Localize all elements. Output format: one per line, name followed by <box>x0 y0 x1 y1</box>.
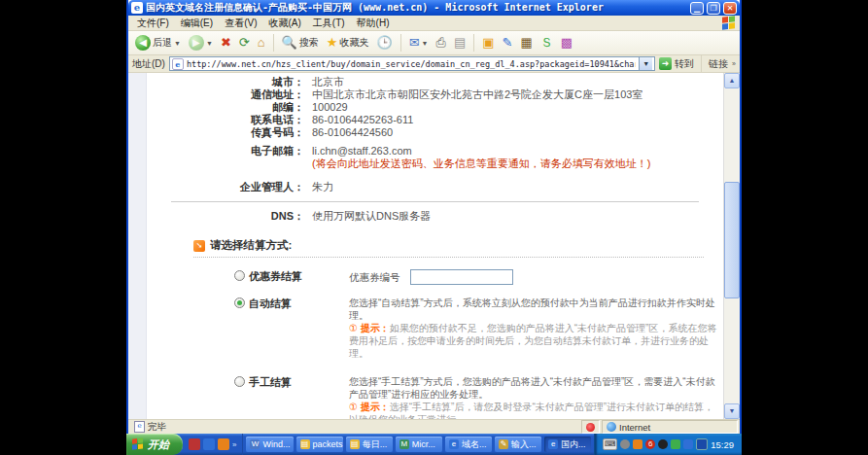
favorites-button[interactable]: ★ 收藏夹 <box>324 34 372 52</box>
postal-address-label: 通信地址： <box>147 88 304 101</box>
go-button[interactable]: ➜ 转到 <box>659 57 694 71</box>
ie-icon: e <box>449 439 459 449</box>
manual-radio-group[interactable]: 手工结算 <box>234 375 349 419</box>
scrollbar-thumb[interactable] <box>724 182 740 298</box>
tip-bullet-icon: ① <box>349 402 358 412</box>
mail-dropdown-icon[interactable]: ▼ <box>422 40 429 47</box>
privacy-panel[interactable] <box>581 420 600 434</box>
toolbar-separator <box>273 34 274 52</box>
menu-favorites[interactable]: 收藏(A) <box>263 17 305 30</box>
minimize-button[interactable]: ▁ <box>690 2 704 15</box>
coupon-radio-group[interactable]: 优惠券结算 <box>234 269 349 285</box>
history-icon: 🕒 <box>376 35 392 51</box>
pen-icon: ✎ <box>503 35 513 51</box>
address-input[interactable]: e http://www.net.cn/hzs_client/buy/domai… <box>169 56 655 71</box>
home-icon: ⌂ <box>258 35 265 51</box>
links-label[interactable]: 链接 <box>709 57 728 71</box>
favorites-label: 收藏夹 <box>339 36 368 50</box>
quicklaunch-app1-icon[interactable] <box>189 438 200 450</box>
captured-screen: e 国内英文域名注册信息确认-产品购买-中国万网 (www.net.cn) - … <box>126 0 742 455</box>
close-button[interactable]: ✕ <box>723 2 737 15</box>
task-window[interactable]: e 域名... <box>445 437 492 452</box>
auto-radio-group[interactable]: 自动结算 <box>234 297 349 360</box>
task-window-active[interactable]: e 国内... <box>544 437 591 452</box>
confirmation-form: 城市： 北京市 通信地址： 中国北京市北京市朝阳区安外北苑古中路2号院企发大厦C… <box>147 73 723 419</box>
vertical-scrollbar[interactable]: ▲ ▼ <box>723 73 740 419</box>
scroll-down-icon[interactable]: ▼ <box>724 403 740 419</box>
tray-app-icon[interactable] <box>620 439 630 449</box>
search-button[interactable]: 🔍 搜索 <box>279 34 322 52</box>
addon-button[interactable]: ▩ <box>558 34 575 52</box>
thunder-icon[interactable]: 6 <box>645 439 655 449</box>
home-button[interactable]: ⌂ <box>255 34 268 52</box>
scroll-up-icon[interactable]: ▲ <box>724 73 740 88</box>
city-value: 北京市 <box>312 76 344 88</box>
calculator-icon: ▦ <box>520 35 532 51</box>
manual-radio[interactable] <box>234 376 245 387</box>
address-dropdown-icon[interactable]: ▼ <box>639 57 652 70</box>
quicklaunch-app2-icon[interactable] <box>218 438 229 450</box>
coupon-code-input[interactable] <box>410 269 513 285</box>
menu-tools[interactable]: 工具(T) <box>308 17 350 30</box>
links-chevron-icon[interactable]: » <box>732 60 736 67</box>
payment-option-manual: 手工结算 您选择“手工结算”方式后，您选购的产品将进入“未付款产品管理”区，需要… <box>147 375 723 419</box>
auto-tip-text: 如果您的预付款不足，您选购的产品将进入“未付款产品管理”区，系统在您将费用补足后… <box>349 323 716 359</box>
forward-button[interactable]: ▶ ▼ <box>186 34 216 52</box>
title-bar[interactable]: e 国内英文域名注册信息确认-产品购买-中国万网 (www.net.cn) - … <box>128 0 740 16</box>
security-zone-panel: Internet <box>602 420 738 434</box>
page-content: 城市： 北京市 通信地址： 中国北京市北京市朝阳区安外北苑古中路2号院企发大厦C… <box>128 73 740 419</box>
menu-edit[interactable]: 编辑(E) <box>176 17 218 30</box>
toolbar-separator <box>400 34 401 52</box>
scrollbar-track[interactable] <box>724 88 740 403</box>
print-button[interactable]: ⎙ <box>434 34 449 52</box>
task-window[interactable]: ▤ 每日... <box>346 437 393 452</box>
calculator-button[interactable]: ▦ <box>517 34 535 52</box>
mail-button[interactable]: ✉▼ <box>406 34 432 52</box>
quicklaunch-overflow-icon[interactable]: » <box>232 440 236 449</box>
payment-section-header: ➘ 请选择结算方式: <box>193 238 704 258</box>
form-row-dns: DNS： 使用万网默认DNS服务器 <box>147 210 723 223</box>
start-button[interactable]: 开始 <box>126 434 183 455</box>
coupon-radio-label: 优惠券结算 <box>249 269 302 284</box>
taskbar-tasks: W Wind... ▤ packets ▤ 每日... M Micr... e … <box>243 434 594 455</box>
ie-page-icon: e <box>131 2 143 14</box>
task-window[interactable]: ✎ 输入... <box>495 437 541 452</box>
form-row-city: 城市： 北京市 <box>147 76 723 88</box>
menu-view[interactable]: 查看(V) <box>220 17 261 30</box>
notes-button[interactable]: ▣ <box>479 34 497 52</box>
form-row-address: 通信地址： 中国北京市北京市朝阳区安外北苑古中路2号院企发大厦C座一层103室 <box>147 88 723 101</box>
green-tray-icon[interactable] <box>671 439 680 449</box>
monitor-tray-icon[interactable] <box>696 438 708 450</box>
task-window[interactable]: W Wind... <box>246 437 293 452</box>
update-shield-icon[interactable] <box>683 439 693 449</box>
auto-radio-selected[interactable] <box>234 298 245 308</box>
menu-file[interactable]: 文件(F) <box>132 17 174 30</box>
task-window[interactable]: ▤ packets <box>296 437 343 452</box>
task-label: 域名... <box>462 438 487 451</box>
input-method-icon[interactable]: ⌨ <box>603 438 617 450</box>
refresh-button[interactable]: ⟳ <box>236 34 253 52</box>
search-icon: 🔍 <box>282 35 297 51</box>
payment-option-coupon: 优惠券结算 优惠券编号 <box>147 269 723 285</box>
edit-pen-button[interactable]: ✎ <box>500 34 516 52</box>
task-label: Wind... <box>262 439 290 449</box>
quicklaunch-ie-icon[interactable] <box>203 438 215 450</box>
dns-label: DNS： <box>147 210 304 223</box>
status-text: 完毕 <box>148 421 166 434</box>
back-dropdown-icon[interactable]: ▼ <box>174 40 181 47</box>
task-window[interactable]: M Micr... <box>396 437 442 452</box>
restore-button[interactable]: ❐ <box>707 2 720 15</box>
divider <box>171 201 699 202</box>
security-lock-icon[interactable] <box>633 439 642 449</box>
edit-button[interactable]: ▤ <box>451 34 469 52</box>
coupon-radio[interactable] <box>234 270 245 281</box>
folder-icon: ▤ <box>300 439 310 449</box>
messenger-button[interactable]: Ｓ <box>538 34 556 52</box>
forward-dropdown-icon[interactable]: ▼ <box>206 40 213 47</box>
history-button[interactable]: 🕒 <box>373 34 395 52</box>
qq-icon[interactable] <box>658 439 668 449</box>
manager-value: 朱力 <box>312 181 333 193</box>
back-button[interactable]: ◀ 后退 ▼ <box>132 34 184 52</box>
menu-help[interactable]: 帮助(H) <box>352 17 395 30</box>
stop-button[interactable]: ✖ <box>218 34 234 52</box>
